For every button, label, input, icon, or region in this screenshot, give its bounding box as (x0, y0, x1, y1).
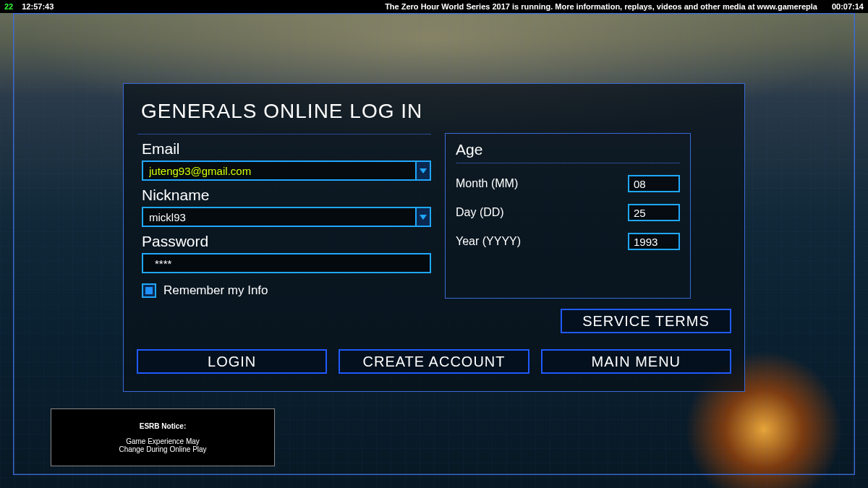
day-input[interactable] (628, 204, 680, 221)
service-terms-button[interactable]: SERVICE TERMS (561, 309, 731, 333)
month-label: Month (MM) (456, 177, 518, 190)
fps-counter: 22 (4, 2, 13, 11)
news-banner: The Zero Hour World Series 2017 is runni… (385, 2, 817, 11)
esrb-notice: ESRB Notice: Game Experience May Change … (51, 408, 275, 466)
esrb-line2: Change During Online Play (119, 445, 206, 453)
email-dropdown-icon[interactable] (415, 162, 430, 179)
email-combo[interactable] (142, 160, 431, 181)
nickname-dropdown-icon[interactable] (415, 208, 430, 226)
password-input[interactable] (149, 257, 424, 270)
remember-checkbox[interactable] (142, 283, 156, 298)
email-input[interactable] (143, 165, 415, 177)
top-status-bar: 22 12:57:43 The Zero Hour World Series 2… (0, 0, 868, 13)
esrb-title: ESRB Notice: (140, 422, 186, 430)
year-label: Year (YYYY) (456, 235, 521, 248)
password-field[interactable] (142, 253, 431, 273)
month-input[interactable] (628, 175, 680, 192)
login-dialog: GENERALS ONLINE LOG IN Email Nickname Pa… (123, 83, 745, 392)
remember-label: Remember my Info (163, 283, 268, 298)
esrb-line1: Game Experience May (119, 437, 206, 445)
day-label: Day (DD) (456, 206, 504, 219)
login-button[interactable]: LOGIN (137, 349, 327, 374)
dialog-title: GENERALS ONLINE LOG IN (141, 100, 731, 123)
remember-row[interactable]: Remember my Info (142, 283, 431, 298)
year-input[interactable] (628, 233, 680, 250)
nickname-combo[interactable] (142, 207, 431, 227)
password-label: Password (142, 233, 431, 250)
clock: 12:57:43 (22, 2, 54, 11)
main-menu-button[interactable]: MAIN MENU (541, 349, 731, 374)
age-title: Age (456, 140, 680, 163)
email-label: Email (142, 140, 431, 158)
session-timer: 00:07:14 (832, 2, 864, 11)
age-panel: Age Month (MM) Day (DD) Year (YYYY) (445, 133, 691, 299)
nickname-input[interactable] (143, 211, 415, 223)
nickname-label: Nickname (142, 187, 431, 204)
create-account-button[interactable]: CREATE ACCOUNT (339, 349, 529, 374)
